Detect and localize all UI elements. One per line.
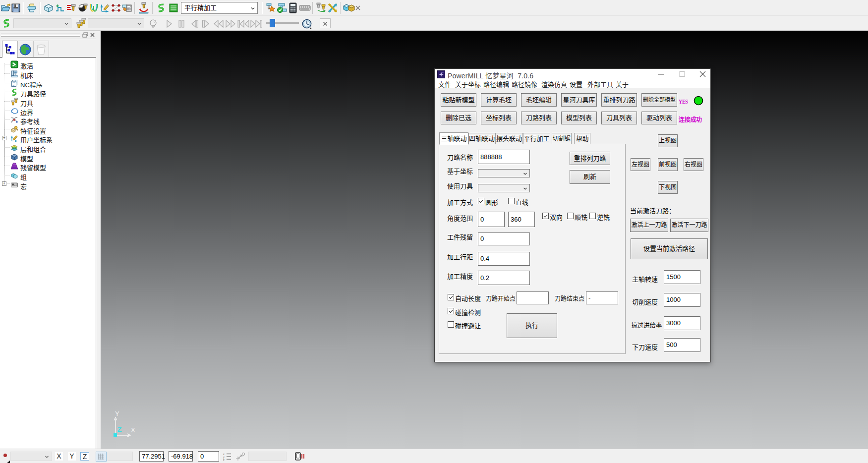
svg-text:X: X (131, 426, 135, 434)
svg-text:z: z (223, 458, 225, 461)
svg-text:Y: Y (115, 411, 119, 417)
svg-text:Z: Z (117, 425, 122, 433)
